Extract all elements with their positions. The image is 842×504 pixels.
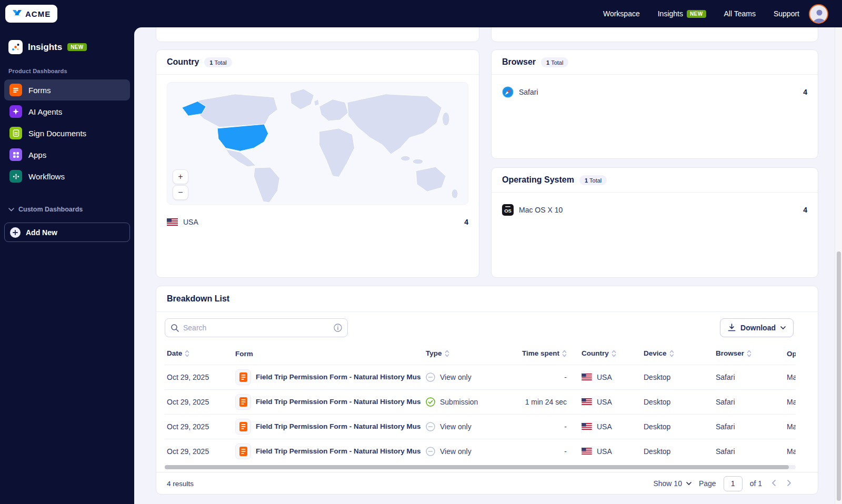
download-icon [728, 324, 736, 332]
cell-date: Oct 29, 2025 [165, 389, 233, 414]
clipped-card-right [491, 27, 818, 42]
table-row[interactable]: Oct 29, 2025 Field Trip Permission Form … [165, 365, 796, 389]
view-only-icon [426, 422, 435, 431]
os-value: 4 [803, 206, 807, 214]
cell-os: Mac OS X 10 [785, 439, 796, 463]
table-row[interactable]: Oct 29, 2025 Field Trip Permission Form … [165, 389, 796, 414]
person-icon [812, 8, 827, 23]
table-row[interactable]: Oct 29, 2025 Field Trip Permission Form … [165, 439, 796, 463]
cell-time-spent: 1 min 24 sec [508, 389, 570, 414]
cell-device: Desktop [641, 414, 714, 439]
page-number-input[interactable] [724, 476, 743, 491]
os-card-header: Operating System 1Total [492, 168, 818, 193]
topnav-insights[interactable]: Insights NEW [658, 9, 706, 18]
country-card: Country 1Total [156, 49, 479, 278]
cell-browser: Safari [714, 414, 785, 439]
os-row-macos: OS Mac OS X 10 4 [492, 200, 818, 220]
custom-dashboards-toggle[interactable]: Custom Dashboards [8, 206, 126, 213]
search-input[interactable] [183, 324, 329, 332]
download-button[interactable]: Download [720, 318, 794, 337]
country-card-header: Country 1Total [156, 50, 479, 75]
form-icon [235, 419, 251, 435]
sidebar: Insights NEW Product Dashboards Forms AI… [0, 27, 134, 504]
user-avatar[interactable] [809, 4, 828, 24]
cell-device: Desktop [641, 389, 714, 414]
show-per-page-select[interactable]: Show 10 [653, 479, 691, 488]
topnav-all-teams[interactable]: All Teams [724, 9, 756, 18]
cell-time-spent: - [508, 365, 570, 389]
cell-country: USA [570, 389, 641, 414]
sidebar-item-ai-agents[interactable]: AI Agents [4, 101, 130, 122]
world-map-graphic [167, 83, 468, 204]
ai-agents-icon [9, 105, 22, 118]
plus-icon [10, 227, 21, 238]
sort-icon [185, 350, 189, 359]
cell-browser: Safari [714, 439, 785, 463]
vertical-scrollbar-thumb[interactable] [837, 251, 841, 501]
browser-card: Browser 1Total Safari 4 [491, 49, 818, 159]
topnav-workspace[interactable]: Workspace [603, 9, 640, 18]
map-zoom-controls: + − [173, 169, 188, 200]
cell-date: Oct 29, 2025 [165, 439, 233, 463]
workflows-icon [9, 170, 22, 183]
country-row-usa: USA 4 [156, 212, 479, 232]
form-icon [235, 369, 251, 385]
column-header-date[interactable]: Date [165, 344, 233, 365]
cell-form: Field Trip Permission Form - Natural His… [233, 414, 424, 439]
sidebar-item-apps[interactable]: Apps [4, 144, 130, 165]
usa-flag-icon [582, 423, 592, 430]
breakdown-header: Breakdown List [156, 286, 818, 312]
add-new-button[interactable]: Add New [4, 223, 130, 242]
sidebar-item-workflows[interactable]: Workflows [4, 166, 130, 187]
horizontal-scrollbar-thumb[interactable] [165, 465, 789, 469]
cell-type: View only [424, 365, 508, 389]
chevron-down-icon [8, 208, 14, 211]
map-zoom-out-button[interactable]: − [173, 185, 188, 200]
cell-date: Oct 29, 2025 [165, 414, 233, 439]
page-label: Page [699, 479, 716, 488]
table-row[interactable]: Oct 29, 2025 Field Trip Permission Form … [165, 414, 796, 439]
cell-country: USA [570, 439, 641, 463]
usa-flag-icon [582, 374, 592, 380]
sort-icon [747, 350, 751, 359]
chevron-left-icon [771, 480, 776, 486]
column-header-browser[interactable]: Browser [714, 344, 785, 365]
forms-icon [9, 84, 22, 96]
info-icon[interactable] [334, 324, 342, 332]
column-header-country[interactable]: Country [570, 344, 641, 365]
chevron-right-icon [787, 480, 791, 486]
total-badge: 1Total [541, 57, 568, 67]
topnav-support[interactable]: Support [774, 9, 799, 18]
new-badge: NEW [687, 10, 706, 18]
chevron-down-icon [780, 326, 786, 329]
breakdown-list-card: Breakdown List Downl [156, 286, 818, 495]
vertical-scrollbar [835, 27, 842, 504]
column-header-time-spent[interactable]: Time spent [508, 344, 570, 365]
world-map[interactable]: + − [167, 82, 468, 205]
usa-flag-icon [582, 448, 592, 455]
cell-type: Submission [424, 389, 508, 414]
view-only-icon [426, 372, 435, 382]
acme-logo[interactable]: ACME [5, 5, 57, 23]
cell-form: Field Trip Permission Form - Natural His… [233, 389, 424, 414]
column-header-os[interactable]: Operating System [785, 344, 796, 365]
next-page-button[interactable] [785, 479, 794, 489]
cell-country: USA [570, 414, 641, 439]
column-header-form[interactable]: Form [233, 344, 424, 365]
form-icon [235, 394, 251, 410]
svg-text:OS: OS [504, 208, 512, 214]
sidebar-item-sign-documents[interactable]: Sign Documents [4, 123, 130, 144]
breakdown-footer: 4 results Show 10 Page of 1 [156, 472, 818, 495]
sidebar-item-label: Forms [28, 86, 51, 95]
map-zoom-in-button[interactable]: + [173, 169, 188, 184]
sort-icon [612, 350, 616, 359]
search-icon [171, 324, 179, 332]
previous-page-button[interactable] [769, 479, 778, 489]
os-card: Operating System 1Total OS Mac OS X 10 4 [491, 167, 818, 278]
topnav-links: Workspace Insights NEW All Teams Support [603, 9, 799, 18]
column-header-device[interactable]: Device [641, 344, 714, 365]
cell-country: USA [570, 365, 641, 389]
sidebar-item-forms[interactable]: Forms [4, 79, 130, 100]
browser-value: 4 [803, 88, 807, 96]
column-header-type[interactable]: Type [424, 344, 508, 365]
